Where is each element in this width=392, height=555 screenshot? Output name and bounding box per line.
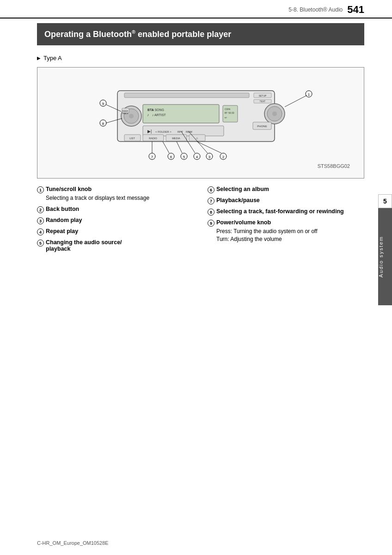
svg-text:1: 1 xyxy=(308,92,310,97)
desc-item-7: 7 Playback/pause xyxy=(208,197,364,204)
desc-item-5: 5 Changing the audio source/playback xyxy=(37,239,194,252)
item-title-7: Playback/pause xyxy=(216,197,260,204)
desc-item-6: 6 Selecting an album xyxy=(208,186,364,193)
callout-num-8: 8 xyxy=(208,209,214,216)
svg-line-65 xyxy=(197,142,221,153)
svg-text:♪ SONG: ♪ SONG xyxy=(152,108,164,111)
svg-text:50:33: 50:33 xyxy=(228,111,234,114)
footer: C-HR_OM_Europe_OM10528E xyxy=(37,540,109,546)
item-title-9: Power/volume knob xyxy=(216,219,271,226)
svg-point-27 xyxy=(272,111,277,116)
svg-text:RPT: RPT xyxy=(178,130,183,133)
item-title-5: Changing the audio source/playback xyxy=(46,239,122,252)
svg-text:2: 2 xyxy=(222,155,225,159)
section-label: 5-8. Bluetooth® Audio xyxy=(288,6,343,13)
callout-num-7: 7 xyxy=(208,197,214,204)
item-sub-9: Press: Turning the audio sys­tem on or o… xyxy=(208,228,364,243)
device-image-container: SETUP TEXT BTA ♪ ♪ SONG ♪ ARTIST CD xyxy=(37,67,364,179)
audio-unit-diagram: SETUP TEXT BTA ♪ ♪ SONG ♪ ARTIST CD xyxy=(80,77,321,160)
svg-line-53 xyxy=(163,142,169,153)
description-right-column: 6 Selecting an album 7 Playback/pause 8 … xyxy=(208,186,364,256)
item-sub-1: Selecting a track or displays text messa… xyxy=(37,194,194,202)
chapter-number: 5 xyxy=(378,194,392,208)
svg-text:LIST: LIST xyxy=(129,137,135,140)
svg-text:PHONE: PHONE xyxy=(257,125,267,128)
item-title-3: Random play xyxy=(46,217,82,223)
page-header: 5-8. Bluetooth® Audio 541 xyxy=(0,0,392,18)
callout-num-3: 3 xyxy=(37,217,44,224)
callout-num-5: 5 xyxy=(37,240,44,247)
chapter-label: Audio system xyxy=(378,208,392,305)
desc-item-1: 1 Tune/scroll knob Selecting a track or … xyxy=(37,186,194,202)
svg-text:8: 8 xyxy=(102,122,104,126)
svg-rect-1 xyxy=(124,93,249,98)
desc-item-4: 4 Repeat play xyxy=(37,228,194,235)
page-title: Operating a Bluetooth® enabled portable … xyxy=(44,29,357,40)
callout-num-2: 2 xyxy=(37,206,44,213)
svg-text:3: 3 xyxy=(208,155,211,159)
svg-text:6: 6 xyxy=(170,155,172,159)
callout-num-4: 4 xyxy=(37,228,44,235)
svg-text:< FOLDER >: < FOLDER > xyxy=(155,130,172,133)
type-label: Type A xyxy=(37,55,364,62)
desc-item-2: 2 Back button xyxy=(37,206,194,213)
svg-text:⌂: ⌂ xyxy=(196,136,198,140)
desc-item-9: 9 Power/volume knob Press: Turning the a… xyxy=(208,219,364,243)
svg-line-56 xyxy=(177,142,182,153)
callout-num-9: 9 xyxy=(208,220,214,227)
svg-text:7: 7 xyxy=(151,155,153,159)
svg-line-41 xyxy=(285,95,307,107)
page-container: 5-8. Bluetooth® Audio 541 Operating a Bl… xyxy=(0,0,392,555)
svg-text:9: 9 xyxy=(102,102,104,106)
title-box: Operating a Bluetooth® enabled portable … xyxy=(37,23,364,45)
svg-text:MEDIA: MEDIA xyxy=(172,137,180,140)
svg-text:♪ ARTIST: ♪ ARTIST xyxy=(152,113,166,117)
callout-num-1: 1 xyxy=(37,186,44,193)
sts-code: STS58BGG02 xyxy=(47,163,355,169)
page-number: 541 xyxy=(347,4,364,16)
svg-text:5: 5 xyxy=(183,155,185,159)
svg-text:BT: BT xyxy=(225,117,227,119)
svg-text:SETUP: SETUP xyxy=(259,94,267,97)
svg-text:RADIO: RADIO xyxy=(149,137,157,140)
description-section: 1 Tune/scroll knob Selecting a track or … xyxy=(37,186,364,256)
svg-text:4: 4 xyxy=(196,155,198,159)
item-title-4: Repeat play xyxy=(46,228,78,234)
item-title-1: Tune/scroll knob xyxy=(46,186,92,192)
desc-item-3: 3 Random play xyxy=(37,217,194,224)
svg-text:♪: ♪ xyxy=(147,113,149,117)
desc-item-8: 8 Selecting a track, fast-forward­ing or… xyxy=(208,208,364,216)
item-title-2: Back button xyxy=(46,206,79,212)
svg-text:BT: BT xyxy=(225,111,227,114)
svg-point-24 xyxy=(129,114,134,118)
description-left-column: 1 Tune/scroll knob Selecting a track or … xyxy=(37,186,194,256)
svg-text:TRACK: TRACK xyxy=(122,112,129,115)
item-title-8: Selecting a track, fast-forward­ing or r… xyxy=(216,208,344,215)
callout-num-6: 6 xyxy=(208,186,214,193)
svg-text:▶|: ▶| xyxy=(147,129,152,134)
item-title-6: Selecting an album xyxy=(216,186,269,192)
main-content: Operating a Bluetooth® enabled portable … xyxy=(0,23,392,274)
svg-text:IN: IN xyxy=(228,108,230,111)
svg-text:TEXT: TEXT xyxy=(260,100,266,103)
